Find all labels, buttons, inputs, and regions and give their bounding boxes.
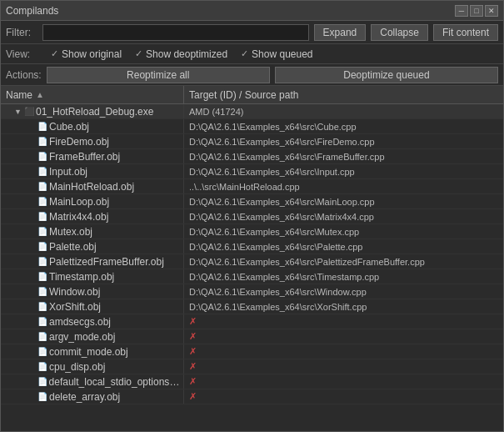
list-item[interactable]: 📄FireDemo.objD:\QA\2.6.1\Examples_x64\sr… — [1, 134, 503, 149]
item-target: D:\QA\2.6.1\Examples_x64\src\Matrix4x4.c… — [184, 212, 503, 222]
list-item[interactable]: 📄Palette.objD:\QA\2.6.1\Examples_x64\src… — [1, 239, 503, 254]
item-target: ✗ — [184, 316, 503, 327]
item-name: Matrix4x4.obj — [49, 211, 108, 223]
file-icon: 📄 — [37, 242, 47, 251]
error-icon: ✗ — [189, 316, 197, 326]
list-item[interactable]: ▼⬛01_HotReload_Debug.exeAMD (41724) — [1, 104, 503, 119]
item-name: FrameBuffer.obj — [49, 151, 120, 163]
list-item[interactable]: 📄delete_array.obj✗ — [1, 389, 503, 404]
show-original-check: ✓ — [51, 48, 58, 59]
error-icon: ✗ — [189, 391, 197, 401]
col-target-label: Target (ID) / Source path — [189, 89, 298, 101]
item-target: ✗ — [184, 346, 503, 357]
close-button[interactable]: ✕ — [485, 5, 498, 17]
filter-row: Filter: Expand Collapse Fit content — [1, 21, 503, 44]
error-icon: ✗ — [189, 331, 197, 341]
item-name: amdsecgs.obj — [49, 316, 111, 328]
filter-label: Filter: — [6, 27, 37, 38]
item-name: Cube.obj — [49, 121, 89, 133]
file-list[interactable]: ▼⬛01_HotReload_Debug.exeAMD (41724)📄Cube… — [1, 104, 503, 431]
item-target: D:\QA\2.6.1\Examples_x64\src\Window.cpp — [184, 287, 503, 297]
file-icon: 📄 — [37, 182, 47, 191]
col-target-header: Target (ID) / Source path — [184, 89, 503, 101]
item-target: AMD (41724) — [184, 107, 503, 117]
item-target: ✗ — [184, 391, 503, 402]
list-item[interactable]: 📄MainHotReload.obj..\..\src\MainHotReloa… — [1, 179, 503, 194]
list-item[interactable]: 📄argv_mode.obj✗ — [1, 329, 503, 344]
list-item[interactable]: 📄commit_mode.obj✗ — [1, 344, 503, 359]
file-icon: 📄 — [37, 137, 47, 146]
show-deoptimized-option[interactable]: ✓ Show deoptimized — [135, 48, 227, 60]
item-target: ✗ — [184, 376, 503, 387]
item-name: Mutex.obj — [49, 226, 92, 238]
item-target: D:\QA\2.6.1\Examples_x64\src\FrameBuffer… — [184, 152, 503, 162]
list-item[interactable]: 📄Timestamp.objD:\QA\2.6.1\Examples_x64\s… — [1, 269, 503, 284]
list-item[interactable]: 📄Mutex.objD:\QA\2.6.1\Examples_x64\src\M… — [1, 224, 503, 239]
item-target: ..\..\src\MainHotReload.cpp — [184, 182, 503, 192]
actions-row: Actions: Reoptimize all Deoptimize queue… — [1, 64, 503, 86]
list-item[interactable]: 📄default_local_stdio_options.obj✗ — [1, 374, 503, 389]
show-deoptimized-check: ✓ — [135, 48, 142, 59]
file-icon: 📄 — [37, 362, 47, 371]
show-original-option[interactable]: ✓ Show original — [51, 48, 122, 60]
item-name: cpu_disp.obj — [49, 361, 105, 373]
item-name: MainLoop.obj — [49, 196, 109, 208]
list-item[interactable]: 📄amdsecgs.obj✗ — [1, 314, 503, 329]
title-bar-buttons: ─ □ ✕ — [455, 5, 498, 17]
item-target: D:\QA\2.6.1\Examples_x64\src\Mutex.cpp — [184, 227, 503, 237]
sort-arrow-icon: ▲ — [36, 90, 44, 99]
file-icon: 📄 — [37, 317, 47, 326]
item-name: default_local_stdio_options.obj — [49, 376, 180, 388]
reoptimize-all-button[interactable]: Reoptimize all — [47, 67, 270, 83]
file-icon: 📄 — [37, 197, 47, 206]
file-icon: 📄 — [37, 347, 47, 356]
file-icon: 📄 — [37, 227, 47, 236]
item-name: commit_mode.obj — [49, 346, 128, 358]
compilands-window: Compilands ─ □ ✕ Filter: Expand Collapse… — [0, 0, 504, 432]
list-item[interactable]: 📄Matrix4x4.objD:\QA\2.6.1\Examples_x64\s… — [1, 209, 503, 224]
file-icon: 📄 — [37, 272, 47, 281]
file-icon: 📄 — [37, 392, 47, 401]
deoptimize-queued-button[interactable]: Deoptimize queued — [275, 67, 498, 83]
list-item[interactable]: 📄cpu_disp.obj✗ — [1, 359, 503, 374]
list-item[interactable]: 📄Window.objD:\QA\2.6.1\Examples_x64\src\… — [1, 284, 503, 299]
file-icon: 📄 — [37, 152, 47, 161]
list-item[interactable]: 📄Cube.objD:\QA\2.6.1\Examples_x64\src\Cu… — [1, 119, 503, 134]
list-item[interactable]: 📄PalettizedFrameBuffer.objD:\QA\2.6.1\Ex… — [1, 254, 503, 269]
minimize-button[interactable]: ─ — [455, 5, 468, 17]
list-item[interactable]: 📄FrameBuffer.objD:\QA\2.6.1\Examples_x64… — [1, 149, 503, 164]
error-icon: ✗ — [189, 346, 197, 356]
fit-content-button[interactable]: Fit content — [433, 24, 498, 41]
item-target: D:\QA\2.6.1\Examples_x64\src\Cube.cpp — [184, 122, 503, 132]
window-title: Compilands — [6, 5, 58, 17]
file-icon: 📄 — [37, 167, 47, 176]
expand-button[interactable]: Expand — [314, 24, 367, 41]
exe-icon: ⬛ — [24, 107, 34, 116]
collapse-button[interactable]: Collapse — [371, 24, 428, 41]
maximize-button[interactable]: □ — [470, 5, 483, 17]
error-icon: ✗ — [189, 361, 197, 371]
item-target: D:\QA\2.6.1\Examples_x64\src\PalettizedF… — [184, 257, 503, 267]
show-queued-label: Show queued — [252, 48, 312, 60]
item-target: D:\QA\2.6.1\Examples_x64\src\Input.cpp — [184, 167, 503, 177]
list-item[interactable]: 📄MainLoop.objD:\QA\2.6.1\Examples_x64\sr… — [1, 194, 503, 209]
item-name: delete_array.obj — [49, 391, 120, 403]
actions-label: Actions: — [6, 69, 42, 81]
list-item[interactable]: 📄Input.objD:\QA\2.6.1\Examples_x64\src\I… — [1, 164, 503, 179]
list-item[interactable]: 📄XorShift.objD:\QA\2.6.1\Examples_x64\sr… — [1, 299, 503, 314]
item-name: Palette.obj — [49, 241, 97, 253]
show-deoptimized-label: Show deoptimized — [146, 48, 227, 60]
show-original-label: Show original — [62, 48, 122, 60]
filter-input[interactable] — [42, 24, 309, 41]
error-icon: ✗ — [189, 376, 197, 386]
show-queued-option[interactable]: ✓ Show queued — [241, 48, 312, 60]
expand-icon[interactable]: ▼ — [14, 108, 22, 116]
col-name-header[interactable]: Name ▲ — [1, 86, 184, 103]
list-header: Name ▲ Target (ID) / Source path — [1, 86, 503, 104]
item-name: argv_mode.obj — [49, 331, 115, 343]
item-target: D:\QA\2.6.1\Examples_x64\src\Timestamp.c… — [184, 272, 503, 282]
item-target: D:\QA\2.6.1\Examples_x64\src\FireDemo.cp… — [184, 137, 503, 147]
file-icon: 📄 — [37, 287, 47, 296]
col-name-label: Name — [6, 89, 32, 101]
item-name: XorShift.obj — [49, 301, 101, 313]
